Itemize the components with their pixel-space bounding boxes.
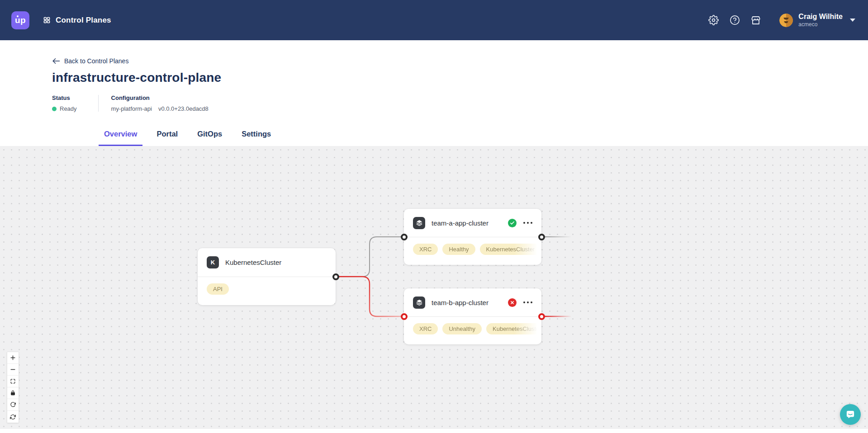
node-icon-letter: K <box>211 259 215 266</box>
badge-kubernetescluster: KubernetesCluster <box>480 244 541 255</box>
target-port[interactable] <box>401 234 408 240</box>
graph-edges <box>0 146 868 429</box>
fit-view-icon[interactable] <box>7 376 19 387</box>
rotate-icon[interactable] <box>7 399 19 411</box>
node-label: team-b-app-cluster <box>432 299 489 306</box>
badge-api: API <box>207 283 229 295</box>
status-dot <box>52 107 57 111</box>
logo-dot <box>17 15 19 17</box>
kubernetes-k-icon: K <box>207 256 219 268</box>
node-kubernetescluster[interactable]: K KubernetesCluster API <box>198 248 336 305</box>
grid-icon <box>43 16 51 24</box>
badge-xrc: XRC <box>413 323 438 334</box>
node-menu-button[interactable] <box>522 220 534 226</box>
avatar <box>779 14 793 27</box>
node-team-b-app-cluster[interactable]: team-b-app-cluster XRC Unhealthy Kuberne… <box>404 288 541 344</box>
configuration-label: Configuration <box>111 95 209 101</box>
badge-unhealthy: Unhealthy <box>442 323 482 334</box>
help-icon[interactable] <box>729 15 740 26</box>
page-title: infrastructure-control-plane <box>52 71 868 85</box>
zoom-in-icon[interactable] <box>7 352 19 364</box>
badge-xrc: XRC <box>413 244 438 255</box>
lock-icon[interactable] <box>7 387 19 399</box>
canvas-controls <box>7 352 19 423</box>
tab-portal[interactable]: Portal <box>151 130 183 146</box>
layers-icon <box>413 217 425 229</box>
page-header: Back to Control Planes infrastructure-co… <box>0 40 868 146</box>
tab-settings[interactable]: Settings <box>236 130 276 146</box>
chevron-down-icon <box>850 19 855 22</box>
badge-healthy: Healthy <box>442 244 475 255</box>
settings-icon[interactable] <box>708 15 719 26</box>
user-org: acmeco <box>798 22 843 28</box>
status-block: Status Ready <box>52 95 77 112</box>
chat-launcher-button[interactable] <box>840 404 861 425</box>
meta-row: Status Ready Configuration my-platform-a… <box>52 95 868 112</box>
meta-divider <box>98 95 99 112</box>
zoom-out-icon[interactable] <box>7 364 19 376</box>
badge-kubernetescluster: KubernetesCluster <box>486 323 541 334</box>
arrow-left-icon <box>52 58 60 64</box>
source-port[interactable] <box>538 234 545 240</box>
back-to-control-planes-link[interactable]: Back to Control Planes <box>52 57 128 65</box>
node-team-a-app-cluster[interactable]: team-a-app-cluster XRC Healthy Kubernete… <box>404 209 541 265</box>
page-context-title: Control Planes <box>56 16 111 25</box>
target-port[interactable] <box>401 313 408 320</box>
chat-bubble-icon <box>844 409 856 420</box>
tab-overview[interactable]: Overview <box>99 130 142 146</box>
tab-bar: Overview Portal GitOps Settings <box>99 130 868 146</box>
tab-gitops[interactable]: GitOps <box>192 130 228 146</box>
graph-canvas[interactable]: K KubernetesCluster API team-a-app-clust… <box>0 146 868 429</box>
marketplace-icon[interactable] <box>750 15 761 26</box>
node-menu-button[interactable] <box>522 300 534 306</box>
upbound-logo[interactable]: up <box>11 11 29 29</box>
source-port[interactable] <box>538 313 545 320</box>
user-name: Craig Wilhite <box>798 13 843 21</box>
user-menu[interactable]: Craig Wilhite acmeco <box>779 13 855 28</box>
source-port[interactable] <box>332 273 339 280</box>
status-label: Status <box>52 95 77 101</box>
back-link-label: Back to Control Planes <box>64 57 128 65</box>
configuration-name: my-platform-api <box>111 106 152 112</box>
layers-icon <box>413 297 425 309</box>
node-label: team-a-app-cluster <box>432 219 489 227</box>
top-navbar: up Control Planes <box>0 0 868 40</box>
healthy-check-icon <box>508 219 517 227</box>
configuration-version: v0.0.0+23.0edacd8 <box>158 106 209 112</box>
status-value: Ready <box>60 106 77 112</box>
configuration-block: Configuration my-platform-api v0.0.0+23.… <box>111 95 209 112</box>
node-label: KubernetesCluster <box>225 259 281 266</box>
refresh-icon[interactable] <box>7 411 19 423</box>
unhealthy-x-icon <box>508 298 517 307</box>
